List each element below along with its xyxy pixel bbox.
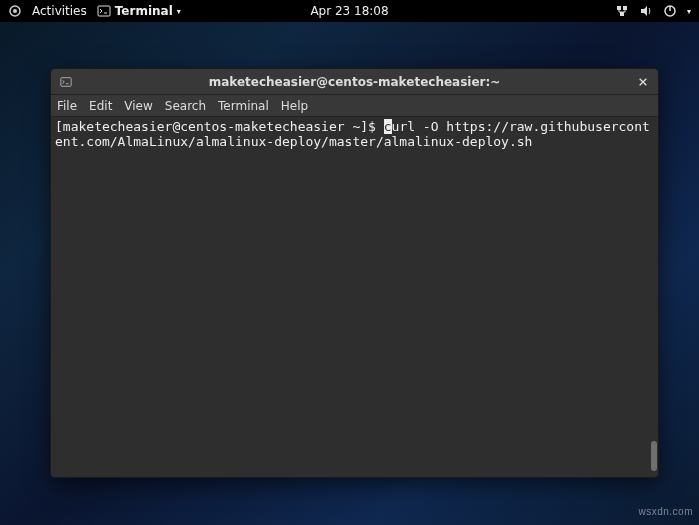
top-panel: Activities Terminal ▾ Apr 23 18:08 ▾ xyxy=(0,0,699,22)
menu-view[interactable]: View xyxy=(124,99,152,113)
volume-icon[interactable] xyxy=(639,4,653,18)
scrollbar-thumb[interactable] xyxy=(651,441,657,471)
menu-search[interactable]: Search xyxy=(165,99,206,113)
panel-right: ▾ xyxy=(615,4,691,18)
watermark-text: wsxdn.com xyxy=(638,506,693,517)
panel-left: Activities Terminal ▾ xyxy=(8,4,181,18)
svg-rect-3 xyxy=(617,6,621,10)
window-menubar: File Edit View Search Terminal Help xyxy=(51,95,658,117)
activities-button[interactable]: Activities xyxy=(32,4,87,18)
svg-rect-8 xyxy=(61,77,71,86)
current-app-name: Terminal xyxy=(115,4,173,18)
svg-rect-4 xyxy=(623,6,627,10)
menu-file[interactable]: File xyxy=(57,99,77,113)
terminal-scrollbar[interactable] xyxy=(650,117,658,477)
window-title: maketecheasier@centos-maketecheasier:~ xyxy=(209,75,501,89)
system-menu-chevron-icon[interactable]: ▾ xyxy=(687,7,691,16)
svg-rect-2 xyxy=(98,6,110,16)
panel-clock[interactable]: Apr 23 18:08 xyxy=(310,4,388,18)
network-icon[interactable] xyxy=(615,4,629,18)
menu-edit[interactable]: Edit xyxy=(89,99,112,113)
menu-terminal[interactable]: Terminal xyxy=(218,99,269,113)
power-icon[interactable] xyxy=(663,4,677,18)
chevron-down-icon: ▾ xyxy=(177,7,181,16)
terminal-window: maketecheasier@centos-maketecheasier:~ F… xyxy=(50,68,659,478)
shell-prompt: [maketecheasier@centos-maketecheasier ~]… xyxy=(55,119,384,134)
terminal-app-icon xyxy=(97,4,111,18)
menu-help[interactable]: Help xyxy=(281,99,308,113)
svg-rect-5 xyxy=(620,12,624,16)
window-titlebar[interactable]: maketecheasier@centos-maketecheasier:~ xyxy=(51,69,658,95)
text-cursor: c xyxy=(384,119,392,134)
terminal-body[interactable]: [maketecheasier@centos-maketecheasier ~]… xyxy=(51,117,658,477)
window-close-button[interactable] xyxy=(636,75,650,89)
terminal-window-icon xyxy=(59,75,73,89)
svg-point-1 xyxy=(13,9,17,13)
current-app-indicator[interactable]: Terminal ▾ xyxy=(97,4,181,18)
activities-logo-icon[interactable] xyxy=(8,4,22,18)
